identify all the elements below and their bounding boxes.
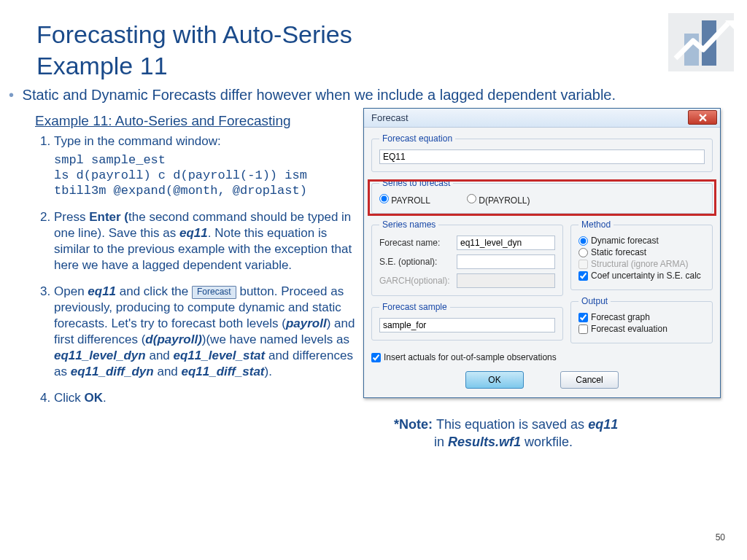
t: This equation is saved as — [436, 417, 588, 432]
n1: eq11_level_dyn — [54, 349, 146, 362]
note-eq: eq11 — [588, 417, 618, 432]
radio-static-input[interactable] — [578, 248, 588, 257]
garch-label: GARCH(optional): — [379, 276, 452, 286]
group-legend: Output — [578, 296, 611, 306]
t: and click the — [116, 284, 192, 298]
radio-payroll[interactable]: PAYROLL — [379, 194, 430, 206]
bullet-icon: • — [9, 87, 14, 103]
page-number: 50 — [716, 532, 725, 542]
t: and — [154, 365, 182, 378]
step-3: Open eq11 and click the Forecast button.… — [54, 284, 356, 381]
t: and — [146, 349, 174, 362]
forecast-sample-group: Forecast sample — [371, 302, 563, 341]
se-label: S.E. (optional): — [379, 257, 452, 267]
t: . — [103, 391, 107, 405]
step-1: Type in the command window: smpl sample_… — [54, 133, 356, 199]
step-1-intro: Type in the command window: — [54, 134, 221, 148]
note-file: Results.wf1 — [448, 435, 521, 449]
check-coef[interactable]: Coef uncertainty in S.E. calc — [578, 271, 705, 281]
forecast-name-label: Forecast name: — [379, 238, 452, 248]
radio-dpayroll-label: D(PAYROLL) — [479, 195, 530, 206]
series-to-forecast-group: Series to forecast PAYROLL D(PAYROLL) — [371, 178, 713, 214]
group-legend: Forecast sample — [379, 302, 450, 312]
dialog-title: Forecast — [371, 112, 409, 123]
note-text: *Note: This equation is saved as eq11 in… — [394, 416, 708, 451]
output-group: Output Forecast graph Forecast evaluatio… — [570, 296, 713, 343]
close-button[interactable] — [688, 110, 717, 125]
check-coef-label: Coef uncertainty in S.E. calc — [591, 271, 701, 281]
command-block: smpl sample_est ls d(payroll) c d(payrol… — [54, 152, 356, 199]
forecast-dialog: Forecast Forecast equation Series to for… — [363, 108, 721, 398]
instructions-column: Example 11: Auto-Series and Forecasting … — [35, 112, 356, 417]
check-insert-actuals-input[interactable] — [371, 353, 381, 362]
series-names-group: Series names Forecast name: S.E. (option… — [371, 219, 563, 296]
check-coef-input[interactable] — [578, 271, 588, 281]
slide-title: Forecasting with Auto-Series Example 11 — [36, 19, 352, 81]
check-structural-input — [578, 260, 588, 269]
series-radio-row: PAYROLL D(PAYROLL) — [379, 194, 705, 206]
check-graph-label: Forecast graph — [591, 312, 650, 322]
ok-label: OK — [85, 391, 104, 405]
se-input[interactable] — [457, 254, 555, 269]
t: Click — [54, 391, 85, 405]
t: in — [430, 435, 448, 449]
forecast-inline-button: Forecast — [192, 286, 236, 299]
subtitle-text: Static and Dynamic Forecasts differ howe… — [23, 87, 616, 103]
radio-payroll-input[interactable] — [379, 194, 389, 203]
radio-dpayroll[interactable]: D(PAYROLL) — [467, 194, 530, 206]
n3: eq11_diff_dyn — [71, 365, 154, 378]
step-4: Click OK. — [54, 390, 356, 406]
cancel-button[interactable]: Cancel — [560, 371, 619, 389]
steps-list: Type in the command window: smpl sample_… — [35, 133, 356, 407]
section-title: Example 11: Auto-Series and Forecasting — [35, 112, 356, 131]
subtitle-line: • Static and Dynamic Forecasts differ ho… — [9, 87, 616, 104]
title-line-2: Example 11 — [36, 52, 168, 79]
n2: eq11_level_stat — [174, 349, 266, 362]
t: ). — [265, 365, 272, 378]
radio-dynamic-input[interactable] — [578, 236, 588, 246]
radio-dynamic-label: Dynamic forecast — [591, 236, 659, 246]
radio-dynamic[interactable]: Dynamic forecast — [578, 236, 705, 246]
step-2: Press Enter (the second command should b… — [54, 209, 356, 273]
dpayroll: d(payroll) — [145, 332, 201, 346]
group-legend: Series names — [379, 219, 438, 230]
payroll: payroll — [286, 316, 327, 330]
dialog-body: Forecast equation Series to forecast PAY… — [364, 128, 720, 397]
check-structural: Structural (ignore ARMA) — [578, 259, 705, 269]
method-group: Method Dynamic forecast Static forecast … — [570, 219, 713, 290]
dialog-titlebar: Forecast — [364, 109, 720, 128]
check-graph[interactable]: Forecast graph — [578, 312, 705, 322]
radio-payroll-label: PAYROLL — [391, 195, 430, 206]
group-legend: Forecast equation — [379, 133, 455, 144]
close-icon — [699, 114, 707, 122]
t: workfile. — [521, 435, 573, 449]
garch-input — [457, 273, 555, 288]
check-insert-actuals-label: Insert actuals for out-of-sample observa… — [384, 352, 557, 362]
t: )(we have named levels as — [202, 332, 349, 346]
check-graph-input[interactable] — [578, 313, 588, 322]
enter-key: Enter ( — [89, 210, 128, 224]
t: Press — [54, 210, 89, 224]
eq11-name: eq11 — [179, 226, 208, 240]
check-eval-input[interactable] — [578, 324, 588, 334]
title-line-1: Forecasting with Auto-Series — [36, 20, 352, 48]
check-insert-actuals[interactable]: Insert actuals for out-of-sample observa… — [371, 352, 713, 362]
dialog-button-row: OK Cancel — [371, 371, 713, 389]
equation-input[interactable] — [379, 149, 705, 164]
check-eval[interactable]: Forecast evaluation — [578, 324, 705, 334]
note-prefix: *Note: — [394, 417, 436, 432]
ok-button[interactable]: OK — [465, 371, 524, 389]
check-structural-label: Structural (ignore ARMA) — [591, 259, 688, 269]
group-legend: Series to forecast — [379, 178, 453, 188]
n4: eq11_diff_stat — [182, 365, 265, 378]
chart-logo-icon — [668, 13, 734, 71]
forecast-equation-group: Forecast equation — [371, 133, 713, 172]
eq11-name: eq11 — [88, 284, 116, 298]
radio-static[interactable]: Static forecast — [578, 247, 705, 257]
radio-dpayroll-input[interactable] — [467, 194, 476, 203]
t: Open — [54, 284, 88, 298]
sample-input[interactable] — [379, 318, 555, 332]
forecast-name-input[interactable] — [457, 236, 555, 250]
check-eval-label: Forecast evaluation — [591, 324, 667, 334]
group-legend: Method — [578, 219, 614, 230]
